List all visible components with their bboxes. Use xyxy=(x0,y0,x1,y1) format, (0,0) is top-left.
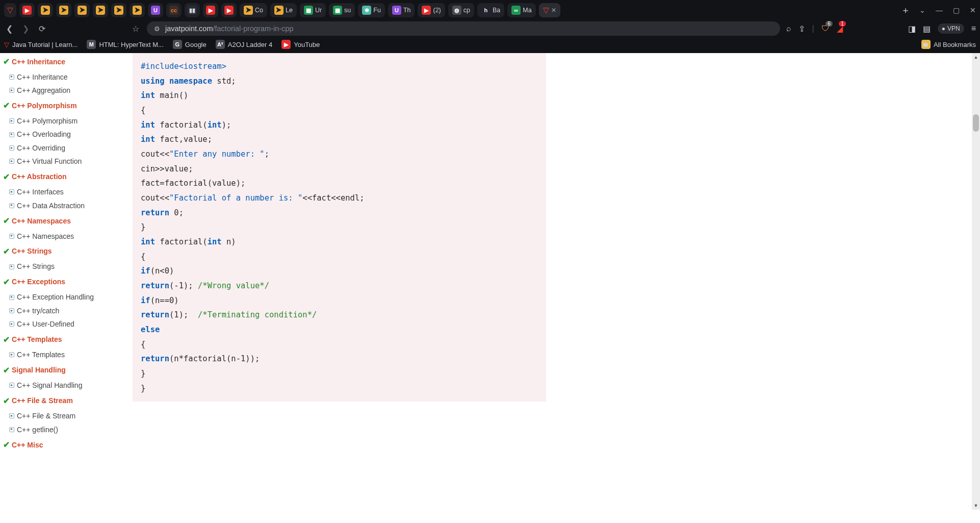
code-line: } xyxy=(141,381,538,396)
reload-button[interactable]: ⟳ xyxy=(37,24,47,34)
tab-yt1[interactable]: ▶ xyxy=(19,3,35,17)
check-icon: ✔ xyxy=(3,438,10,452)
code-line: return(-1); /*Wrong value*/ xyxy=(141,279,538,293)
tab-le[interactable]: ⮞Le xyxy=(270,3,297,17)
tab-bars[interactable]: ▮▮ xyxy=(185,3,200,17)
sidebar-item[interactable]: ▸C++ User-Defined xyxy=(0,317,126,331)
sidebar-item[interactable]: ▸C++ Exception Handling xyxy=(0,290,126,304)
sidebar-item[interactable]: ▸C++ Virtual Function xyxy=(0,155,126,168)
sidebar-item[interactable]: ▸C++ Data Abstraction xyxy=(0,199,126,212)
tab-yel4[interactable]: ⮞ xyxy=(93,3,108,17)
expand-icon: ▸ xyxy=(9,132,14,137)
back-button[interactable]: ❮ xyxy=(4,24,14,34)
sidebar-item[interactable]: ▸C++ Overriding xyxy=(0,141,126,155)
share-icon[interactable]: ⇪ xyxy=(798,24,805,34)
expand-icon: ▸ xyxy=(9,118,14,123)
sidebar-heading[interactable]: ✔C++ Templates xyxy=(0,331,126,348)
sidebar-item[interactable]: ▸C++ Aggregation xyxy=(0,84,126,97)
tab-yel2[interactable]: ⮞ xyxy=(56,3,71,17)
tab-favicon-icon: ▶ xyxy=(224,6,234,15)
all-bookmarks-button[interactable]: 🖿All Bookmarks xyxy=(921,40,976,49)
bookmark-youtube[interactable]: ▶YouTube xyxy=(281,40,320,49)
sidebar-heading[interactable]: ✔C++ Inheritance xyxy=(0,53,126,70)
tab-yel6[interactable]: ⮞ xyxy=(130,3,145,17)
sidebar-item[interactable]: ▸C++ Inheritance xyxy=(0,70,126,84)
bookmark-html[interactable]: MHTML: HyperText M... xyxy=(87,40,163,49)
code-line: cout<<"Factorial of a number is: "<<fact… xyxy=(141,191,538,206)
window-maximize-icon[interactable]: ▢ xyxy=(953,6,960,14)
sidebar-heading[interactable]: ✔C++ Misc xyxy=(0,436,126,454)
brave-rewards-icon[interactable]: ◢ 1 xyxy=(837,24,843,34)
bookmark-page-icon[interactable]: ☆ xyxy=(131,24,141,34)
page-scrollbar[interactable]: ▲ ▼ xyxy=(972,53,980,510)
brave-shield-icon[interactable]: 🛡 6 xyxy=(821,24,830,33)
window-dropdown-icon[interactable]: ⌄ xyxy=(919,6,925,14)
tab-strip: ▽▶⮞⮞⮞⮞⮞⮞Ucc▮▮▶▶⮞Co⮞Le▦Ur▦su✻FuUTh▶(2)◍cp… xyxy=(0,0,980,19)
sidebar-heading[interactable]: ✔C++ Namespaces xyxy=(0,212,126,230)
bookmark-a2oj[interactable]: A²A2OJ Ladder 4 xyxy=(216,40,272,49)
tab-yel5[interactable]: ⮞ xyxy=(111,3,126,17)
wallet-icon[interactable]: ▤ xyxy=(923,24,931,34)
tab-yt2[interactable]: ▶ xyxy=(203,3,218,17)
bookmark-google[interactable]: GGoogle xyxy=(173,40,207,49)
search-icon[interactable]: ⌕ xyxy=(786,24,791,33)
bookmark-favicon-icon: M xyxy=(87,40,96,49)
tab-yel1[interactable]: ⮞ xyxy=(38,3,53,17)
sidebar-heading[interactable]: ✔C++ Polymorphism xyxy=(0,97,126,114)
scroll-down-arrow-icon[interactable]: ▼ xyxy=(972,502,980,510)
sidebar-toggle-icon[interactable]: ◨ xyxy=(908,24,916,34)
sidebar-item[interactable]: ▸C++ Namespaces xyxy=(0,230,126,243)
vpn-button[interactable]: ● VPN xyxy=(938,23,964,34)
sidebar-item[interactable]: ▸C++ getline() xyxy=(0,423,126,436)
sidebar-item[interactable]: ▸C++ Interfaces xyxy=(0,185,126,198)
tab-yt3[interactable]: ▶ xyxy=(221,3,237,17)
site-lock-icon[interactable]: ⚙ xyxy=(154,25,160,33)
tab-yel3[interactable]: ⮞ xyxy=(74,3,90,17)
tab-close-icon[interactable]: ✕ xyxy=(551,7,556,14)
bookmark-java[interactable]: ▽Java Tutorial | Learn... xyxy=(4,41,78,48)
browser-chrome: ▽▶⮞⮞⮞⮞⮞⮞Ucc▮▮▶▶⮞Co⮞Le▦Ur▦su✻FuUTh▶(2)◍cp… xyxy=(0,0,980,53)
window-minimize-icon[interactable]: — xyxy=(936,6,943,14)
tab-cc[interactable]: cc xyxy=(166,3,182,17)
sidebar-heading[interactable]: ✔Signal Handling xyxy=(0,362,126,379)
expand-icon: ▸ xyxy=(9,383,14,388)
sidebar-heading[interactable]: ✔C++ Exceptions xyxy=(0,273,126,291)
sidebar-item[interactable]: ▸C++ Strings xyxy=(0,260,126,273)
code-line: using namespace std; xyxy=(141,74,538,89)
sidebar-heading[interactable]: ✔C++ File & Stream xyxy=(0,392,126,410)
tab-brave[interactable]: ▽ xyxy=(4,3,16,17)
sidebar-item[interactable]: ▸C++ Signal Handling xyxy=(0,379,126,392)
sidebar-item[interactable]: ▸C++ Templates xyxy=(0,348,126,361)
new-tab-button[interactable]: ＋ xyxy=(901,4,910,16)
tab-ur[interactable]: ▦Ur xyxy=(300,3,326,17)
sidebar-heading[interactable]: ✔C++ Abstraction xyxy=(0,168,126,186)
address-bar[interactable]: ⚙ javatpoint.com/factorial-program-in-cp… xyxy=(147,21,780,36)
tab-ytcount[interactable]: ▶(2) xyxy=(418,3,445,17)
tab-su[interactable]: ▦su xyxy=(329,3,355,17)
app-menu-icon[interactable]: ≡ xyxy=(971,24,976,33)
code-line: else xyxy=(141,322,538,337)
scroll-up-arrow-icon[interactable]: ▲ xyxy=(972,53,980,61)
all-bookmarks-label: All Bookmarks xyxy=(934,41,976,48)
tab-cp[interactable]: ◍cp xyxy=(448,3,474,17)
tab-ma[interactable]: ∞Ma xyxy=(507,3,535,17)
tab-favicon-icon: ∞ xyxy=(511,6,521,15)
tab-pur1[interactable]: U xyxy=(148,3,163,17)
tab-ba[interactable]: hBa xyxy=(477,3,504,17)
sidebar-item[interactable]: ▸C++ Polymorphism xyxy=(0,114,126,128)
sidebar-heading[interactable]: ✔C++ Strings xyxy=(0,243,126,260)
expand-icon: ▸ xyxy=(9,189,14,194)
sidebar-item[interactable]: ▸C++ File & Stream xyxy=(0,409,126,422)
topic-sidebar[interactable]: ✔C++ Inheritance▸C++ Inheritance▸C++ Agg… xyxy=(0,53,126,510)
check-icon: ✔ xyxy=(3,170,10,184)
tab-current[interactable]: ▽✕ xyxy=(539,3,560,17)
scroll-thumb[interactable] xyxy=(973,114,979,132)
sidebar-item[interactable]: ▸C++ try/catch xyxy=(0,304,126,317)
code-line: #include<iostream> xyxy=(141,59,538,74)
sidebar-item[interactable]: ▸C++ Overloading xyxy=(0,128,126,141)
code-line: return(1); /*Terminating condition*/ xyxy=(141,308,538,322)
tab-co[interactable]: ⮞Co xyxy=(240,3,267,17)
tab-fu[interactable]: ✻Fu xyxy=(358,3,385,17)
tab-th[interactable]: UTh xyxy=(388,3,415,17)
window-close-icon[interactable]: ✕ xyxy=(970,6,976,14)
